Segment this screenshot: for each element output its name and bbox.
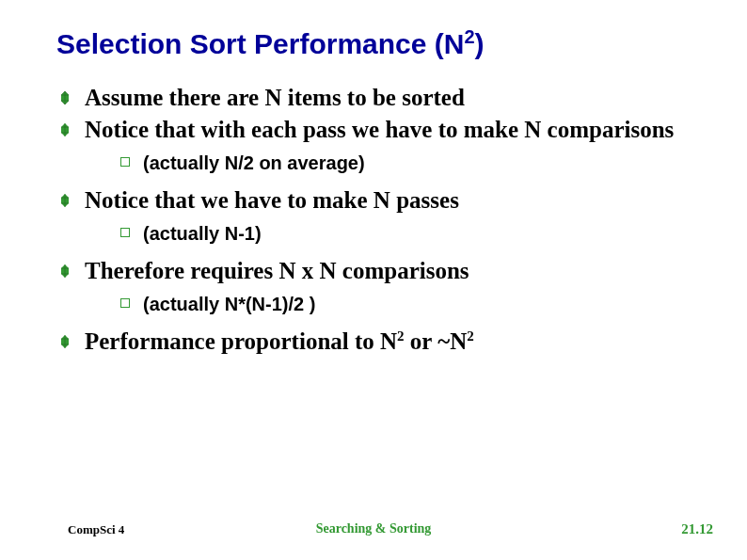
sub-list-3: (actually N-1) (85, 221, 691, 247)
bullet-text-5-mid: or ~N (405, 328, 468, 354)
sub-bullet-text-2: (actually N/2 on average) (143, 152, 365, 173)
bullet-item-4: Therefore requires N x N comparisons (ac… (56, 256, 691, 317)
bullet-text-5-prefix: Performance proportional to N (85, 328, 397, 354)
sub-bullet-text-3: (actually N-1) (143, 223, 262, 244)
title-suffix: ) (475, 28, 485, 59)
title-prefix: Selection Sort Performance (N (56, 28, 464, 59)
square-bullet-icon (120, 228, 130, 237)
bullet-item-2: Notice that with each pass we have to ma… (56, 115, 691, 176)
footer-left: CompSci 4 (68, 522, 124, 537)
bullet-text-5-sup1: 2 (397, 328, 405, 344)
bullet-text-5-sup2: 2 (467, 328, 474, 344)
square-bullet-icon (120, 157, 130, 167)
sub-bullet-4: (actually N*(N-1)/2 ) (120, 292, 691, 317)
bullet-item-3: Notice that we have to make N passes (ac… (56, 185, 691, 247)
sub-bullet-3: (actually N-1) (120, 221, 691, 247)
sub-list-2: (actually N/2 on average) (85, 151, 691, 176)
diamond-bullet-icon (58, 123, 72, 136)
bullet-text-1: Assume there are N items to be sorted (85, 85, 465, 110)
diamond-bullet-icon (58, 264, 72, 278)
diamond-bullet-icon (58, 335, 72, 348)
footer-right: 21.12 (681, 521, 713, 537)
bullet-list: Assume there are N items to be sorted No… (56, 83, 691, 357)
sub-list-4: (actually N*(N-1)/2 ) (85, 292, 691, 317)
bullet-text-2: Notice that with each pass we have to ma… (85, 117, 674, 142)
title-superscript: 2 (464, 26, 474, 47)
bullet-item-1: Assume there are N items to be sorted (56, 83, 691, 113)
diamond-bullet-icon (58, 91, 72, 104)
slide-title: Selection Sort Performance (N2) (56, 26, 691, 60)
square-bullet-icon (120, 298, 130, 308)
sub-bullet-text-4: (actually N*(N-1)/2 ) (143, 294, 315, 314)
diamond-bullet-icon (58, 194, 72, 207)
bullet-text-3: Notice that we have to make N passes (85, 187, 459, 213)
slide-footer: CompSci 4 Searching & Sorting 21.12 (0, 521, 747, 537)
bullet-text-4: Therefore requires N x N comparisons (85, 258, 469, 283)
footer-center: Searching & Sorting (316, 521, 432, 536)
sub-bullet-2: (actually N/2 on average) (120, 151, 691, 176)
bullet-item-5: Performance proportional to N2 or ~N2 (56, 327, 691, 357)
slide-content: Selection Sort Performance (N2) Assume t… (0, 0, 747, 560)
